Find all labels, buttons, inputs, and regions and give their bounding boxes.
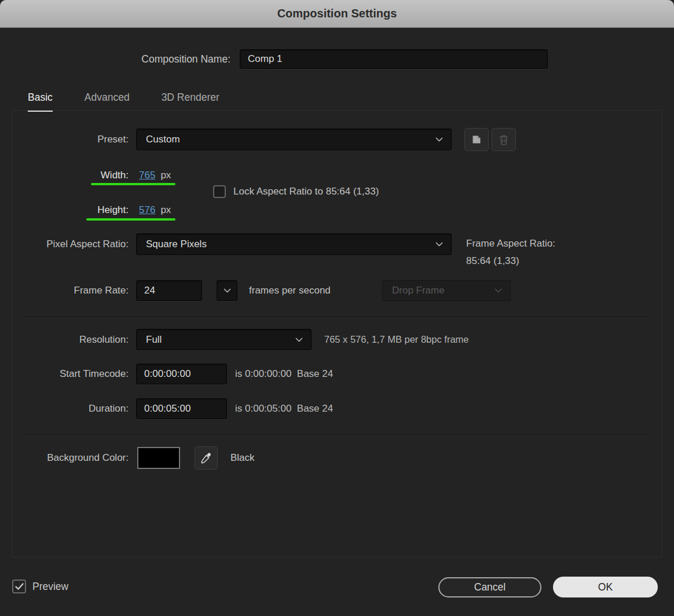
resolution-row: Resolution: Full 765 x 576, 1,7 MB per 8… — [0, 329, 674, 350]
pixel-aspect-ratio-row: Pixel Aspect Ratio: Square Pixels — [0, 233, 674, 255]
trash-icon — [499, 134, 509, 145]
check-icon — [15, 583, 24, 591]
dialog-title: Composition Settings — [277, 7, 397, 20]
width-label: Width: — [0, 170, 129, 181]
composition-name-row: Composition Name: — [0, 49, 548, 69]
drop-frame-dropdown: Drop Frame — [382, 280, 511, 301]
start-timecode-row: Start Timecode: is 0:00:00:00 Base 24 — [0, 364, 674, 384]
save-preset-button[interactable] — [464, 128, 489, 151]
preview-toggle-row: Preview — [12, 580, 68, 593]
frame-rate-row: Frame Rate: frames per second Drop Frame — [0, 280, 674, 301]
eyedropper-icon — [200, 452, 213, 464]
cancel-button[interactable]: Cancel — [438, 577, 541, 597]
drop-frame-value: Drop Frame — [392, 285, 445, 296]
ok-button[interactable]: OK — [553, 577, 658, 597]
frame-rate-input[interactable] — [136, 280, 202, 301]
dialog-title-bar[interactable]: Composition Settings — [0, 0, 674, 28]
preset-dropdown[interactable]: Custom — [136, 129, 452, 151]
resolution-dropdown[interactable]: Full — [136, 329, 312, 350]
composition-settings-dialog: Composition Settings Composition Name: B… — [0, 0, 674, 616]
composition-name-input[interactable] — [240, 49, 548, 69]
duration-label: Duration: — [0, 403, 129, 415]
new-preset-icon — [471, 134, 482, 145]
pixel-aspect-ratio-label: Pixel Aspect Ratio: — [0, 239, 129, 250]
resolution-info: 765 x 576, 1,7 MB per 8bpc frame — [324, 334, 468, 345]
start-timecode-label: Start Timecode: — [0, 368, 129, 380]
lock-aspect-label: Lock Aspect Ratio to 85:64 (1,33) — [233, 186, 379, 197]
width-unit: px — [160, 170, 171, 181]
chevron-down-icon — [435, 242, 443, 247]
tab-advanced-label: Advanced — [85, 91, 130, 103]
height-highlight-underline — [86, 218, 175, 221]
resolution-value: Full — [146, 334, 162, 346]
frame-rate-preset-button[interactable] — [217, 280, 237, 301]
frame-rate-label: Frame Rate: — [0, 285, 129, 296]
background-color-label: Background Color: — [0, 452, 129, 464]
width-value[interactable]: 765 — [139, 170, 155, 181]
pixel-aspect-ratio-dropdown[interactable]: Square Pixels — [136, 233, 452, 255]
tab-3d-renderer[interactable]: 3D Renderer — [162, 91, 219, 112]
lock-aspect-row: Lock Aspect Ratio to 85:64 (1,33) — [213, 185, 379, 198]
chevron-down-icon — [295, 338, 303, 342]
width-row: Width: 765 px — [0, 167, 674, 184]
frame-aspect-ratio-info: Frame Aspect Ratio: 85:64 (1,33) — [466, 235, 555, 270]
height-unit: px — [160, 204, 171, 216]
tab-advanced[interactable]: Advanced — [85, 91, 130, 112]
height-row: Height: 576 px — [0, 201, 674, 219]
frame-aspect-ratio-label: Frame Aspect Ratio: — [466, 235, 555, 252]
section-divider — [23, 434, 651, 435]
resolution-label: Resolution: — [0, 334, 129, 346]
tab-basic[interactable]: Basic — [28, 91, 53, 112]
preview-checkbox[interactable] — [12, 580, 26, 593]
tab-bar: Basic Advanced 3D Renderer — [28, 91, 219, 112]
chevron-down-icon — [494, 288, 502, 293]
start-timecode-input[interactable] — [136, 364, 227, 384]
background-color-name: Black — [230, 452, 255, 464]
height-value[interactable]: 576 — [139, 204, 155, 216]
chevron-down-icon — [435, 137, 443, 142]
frames-per-second-label: frames per second — [249, 285, 331, 296]
duration-row: Duration: is 0:00:05:00 Base 24 — [0, 398, 674, 419]
eyedropper-button[interactable] — [195, 446, 218, 470]
preview-label: Preview — [32, 581, 68, 593]
preset-row: Preset: Custom — [0, 128, 674, 151]
frame-aspect-ratio-value: 85:64 (1,33) — [466, 252, 555, 270]
chevron-down-icon — [224, 288, 231, 293]
duration-input[interactable] — [136, 398, 227, 419]
start-timecode-info: is 0:00:00:00 Base 24 — [235, 368, 333, 380]
pixel-aspect-ratio-value: Square Pixels — [146, 239, 207, 250]
section-divider — [23, 317, 651, 317]
background-color-row: Background Color: Black — [0, 446, 674, 470]
height-label: Height: — [0, 204, 129, 216]
preset-value: Custom — [146, 134, 180, 145]
width-highlight-underline — [91, 183, 175, 185]
composition-name-label: Composition Name: — [0, 53, 230, 65]
lock-aspect-checkbox[interactable] — [213, 185, 226, 198]
tab-basic-label: Basic — [28, 91, 53, 103]
duration-info: is 0:00:05:00 Base 24 — [235, 403, 333, 415]
preset-label: Preset: — [0, 134, 129, 145]
tab-3d-renderer-label: 3D Renderer — [162, 91, 219, 103]
delete-preset-button[interactable] — [492, 128, 516, 151]
background-color-swatch[interactable] — [137, 447, 180, 469]
